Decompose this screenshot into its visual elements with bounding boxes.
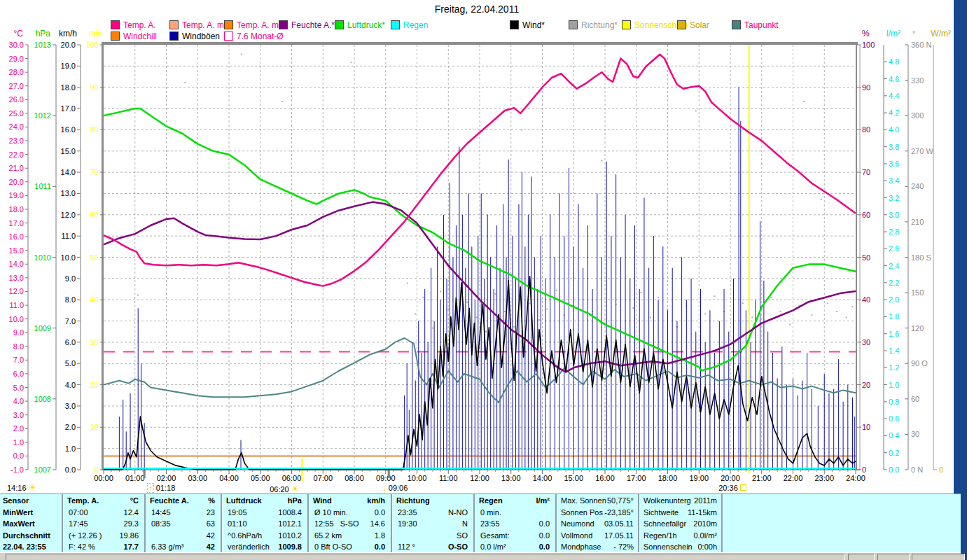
direction-dot xyxy=(632,307,634,309)
direction-dot xyxy=(852,306,854,307)
axis-tick-label: 3.0 xyxy=(65,402,76,410)
axis-tick-label: 2.2 xyxy=(889,279,899,287)
table-divider xyxy=(144,494,146,553)
axis-tick-label: 60 xyxy=(911,395,919,403)
info-value: 11-15km xyxy=(639,508,717,517)
cell-value: 0.0 xyxy=(309,508,385,517)
cell-value: 14.6 xyxy=(309,519,385,528)
x-axis-label: 14:00 xyxy=(533,474,552,482)
axis-tick-label: km/h xyxy=(59,29,77,38)
x-axis-label: 19:00 xyxy=(689,474,709,482)
axis-tick-label: 40 xyxy=(862,295,870,304)
x-axis-label: 15:00 xyxy=(564,474,583,482)
table-divider xyxy=(473,494,475,553)
direction-dot xyxy=(846,316,847,318)
col-unit: hPa xyxy=(222,496,302,505)
axis-tick-label: 0 xyxy=(95,465,99,474)
cell-value: 63 xyxy=(146,519,215,528)
axis-tick-label: 0.0 xyxy=(889,465,899,474)
cell-value: 1010.2 xyxy=(222,531,302,540)
direction-dot xyxy=(281,101,283,102)
x-axis-label: 08:00 xyxy=(345,474,364,482)
axis-tick-label: 23.0 xyxy=(9,136,24,145)
moonset-time: 09:06 xyxy=(389,484,408,492)
info-value: 50,775° xyxy=(557,496,634,505)
axis-tick-label: 18.0 xyxy=(9,205,24,214)
axis-tick-label: hPa xyxy=(36,29,51,38)
table-divider xyxy=(555,494,557,553)
cell-value: 0.0 xyxy=(475,531,550,540)
axis-tick-label: 1013 xyxy=(34,41,51,49)
axis-tick-label: 70 xyxy=(90,168,99,176)
info-value: 17.05.11 xyxy=(557,531,634,540)
moonrise-time: 01:18 xyxy=(156,484,176,492)
axis-tick-label: 2.0 xyxy=(65,423,76,431)
x-axis-label: 01:00 xyxy=(125,474,145,482)
axis-tick-label: 3.0 xyxy=(889,211,899,219)
axis-tick-label: 20.0 xyxy=(9,178,24,186)
axis-tick-label: 22.0 xyxy=(9,150,24,159)
axis-tick-label: 2.0 xyxy=(889,295,899,304)
axis-tick-label: 1012 xyxy=(34,111,51,120)
axis-tick-label: 7.0 xyxy=(65,317,76,326)
axis-tick-label: 210 xyxy=(911,218,924,226)
x-axis-label: 24:00 xyxy=(846,474,865,482)
axis-tick-label: 100 xyxy=(862,41,875,49)
col-header: Richtung xyxy=(396,496,430,505)
direction-dot xyxy=(761,163,763,164)
axis-tick-label: 12.0 xyxy=(61,211,76,219)
direction-dot xyxy=(770,297,772,298)
axis-tick-label: 300 xyxy=(911,111,924,120)
axis-tick-label: 1009 xyxy=(34,324,51,332)
axis-tick-label: 0.0 xyxy=(13,451,24,460)
axis-tick-label: 4.2 xyxy=(889,108,899,117)
axis-tick-label: 90 O xyxy=(911,359,928,368)
cell-value: 12.4 xyxy=(63,508,139,517)
x-axis-label: 07:00 xyxy=(313,474,333,482)
axis-tick-label: 40 xyxy=(90,295,99,304)
x-axis-label: 04:00 xyxy=(219,474,239,482)
x-axis-label: 02:00 xyxy=(157,474,176,482)
axis-tick-label: 28.0 xyxy=(9,68,24,76)
row-label: MaxWert xyxy=(3,519,62,528)
direction-dot xyxy=(422,297,424,298)
status-bar-panel xyxy=(877,554,910,560)
direction-dot xyxy=(529,302,531,304)
weather-app-window: Freitag, 22.04.2011 Temp. A.Temp. A. min… xyxy=(0,0,967,560)
axis-tick-label: 17.0 xyxy=(9,219,24,227)
cell-value: 1008.4 xyxy=(222,508,302,517)
axis-tick-label: 25.0 xyxy=(9,109,24,118)
direction-dot xyxy=(538,319,540,321)
cell-value: N-NO xyxy=(392,508,468,517)
axis-tick-label: 7.0 xyxy=(13,356,24,364)
direction-dot xyxy=(440,290,441,292)
direction-dot xyxy=(811,314,812,316)
axis-tick-label: 8.0 xyxy=(13,342,24,351)
axis-tick-label: 1.0 xyxy=(65,444,76,453)
sunrise-time: 06:20 xyxy=(270,485,289,493)
info-value: 2011m xyxy=(639,496,717,505)
axis-tick-label: 20 xyxy=(90,381,99,389)
axis-tick-label: 0.6 xyxy=(889,414,899,423)
direction-dot xyxy=(742,302,744,304)
axis-tick-label: 17.0 xyxy=(61,104,76,113)
cell-value: 23 xyxy=(146,508,215,517)
marker-moonrise: ↑ 01:18 xyxy=(147,484,175,492)
cell-value: 1009.8 xyxy=(222,542,302,552)
axis-tick-label: W/m² xyxy=(931,29,951,38)
cell-value: 29.3 xyxy=(63,519,139,528)
direction-dot xyxy=(466,302,468,303)
direction-dot xyxy=(415,313,416,314)
axis-tick-label: 10.0 xyxy=(61,253,76,262)
x-axis-label: 10:00 xyxy=(408,474,427,482)
direction-dot xyxy=(780,311,781,312)
row-label: Durchschnitt xyxy=(3,531,62,540)
axis-tick-label: 27.0 xyxy=(9,82,24,90)
direction-dot xyxy=(667,309,669,310)
table-divider xyxy=(307,494,309,553)
col-unit: l/m² xyxy=(475,496,550,505)
sun-icon: ☀ xyxy=(29,482,37,493)
axis-tick-label: -1.0 xyxy=(11,465,24,474)
axis-tick-label: 0 N xyxy=(911,465,923,474)
info-value: 03.05.11 xyxy=(557,519,634,528)
